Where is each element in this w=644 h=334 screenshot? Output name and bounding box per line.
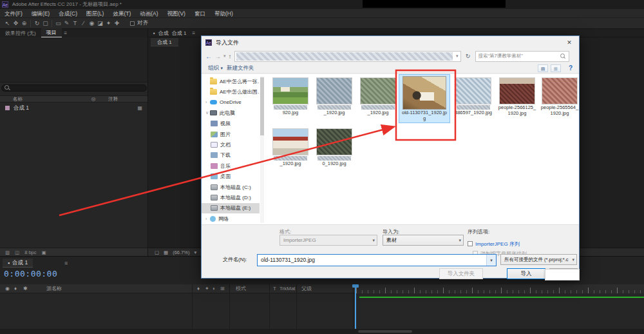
column-mode[interactable]: 模式 <box>236 284 246 293</box>
region-of-interest-icon[interactable]: ▢ <box>155 250 159 255</box>
current-time-display[interactable]: 0:00:00:00 <box>4 269 57 279</box>
puppet-tool-icon[interactable]: ✚ <box>113 18 121 29</box>
forward-icon[interactable]: → <box>214 53 221 60</box>
switch-3d-icon[interactable]: ⊞ <box>220 284 225 293</box>
menu-effect[interactable]: 效果(T) <box>108 9 135 18</box>
help-icon[interactable]: ? <box>569 64 573 72</box>
brush-tool-icon[interactable]: ∕ <box>79 18 88 29</box>
comp-panel-comp-name[interactable]: 合成 1 <box>172 30 187 37</box>
pen-tool-icon[interactable]: ✎ <box>62 18 71 29</box>
column-parent[interactable]: 父级 <box>301 284 312 293</box>
sidebar-item-pictures[interactable]: 图片 <box>202 129 260 139</box>
selection-tool-icon[interactable]: ↖ <box>3 18 12 29</box>
refresh-icon[interactable]: ↻ <box>464 53 473 59</box>
hand-tool-icon[interactable]: ✥ <box>12 18 20 29</box>
sidebar-item-disk-e[interactable]: 本地磁盘 (E:) <box>202 203 260 213</box>
orbit-tool-icon[interactable]: ↻ <box>33 18 41 29</box>
work-area-bar[interactable] <box>359 297 644 298</box>
file-item[interactable]: 0_1920.jpg <box>314 127 355 167</box>
transparency-grid-icon[interactable]: ▦ <box>164 250 168 255</box>
switch-motionblur-icon[interactable]: ◐ <box>213 284 216 293</box>
sidebar-scrollbar[interactable] <box>260 76 264 223</box>
mask-tool-icon[interactable]: ▭ <box>54 18 62 29</box>
panel-menu-icon[interactable]: ≡ <box>64 260 68 266</box>
file-item[interactable]: _1920.jpg <box>270 127 311 167</box>
column-type-icon[interactable]: ◎ <box>84 96 103 102</box>
file-item[interactable]: _1920.jpg <box>314 76 355 116</box>
column-comment[interactable]: 注释 <box>103 96 118 103</box>
playhead-handle[interactable] <box>352 284 359 288</box>
file-item[interactable]: 386597_1920.jpg <box>453 76 494 116</box>
interpret-footage-icon[interactable]: ▥ <box>5 250 10 255</box>
menu-layer[interactable]: 图层(L) <box>82 9 108 18</box>
timeline-layer-area[interactable] <box>0 293 644 329</box>
close-icon[interactable]: ✕ <box>560 36 579 49</box>
timeline-scrollbar-thumb[interactable] <box>358 330 412 333</box>
zoom-level[interactable]: (66.7%) <box>173 250 189 255</box>
history-caret-icon[interactable]: ▾ <box>223 54 226 59</box>
sidebar-scrollbar-thumb[interactable] <box>260 77 264 135</box>
video-column-icon[interactable]: ◉ <box>5 284 10 293</box>
switch-effects-icon[interactable]: ✦ <box>205 284 209 293</box>
menu-file[interactable]: 文件(F) <box>0 9 27 18</box>
pan-behind-tool-icon[interactable]: ▢ <box>41 18 50 29</box>
roto-brush-tool-icon[interactable]: ✦ <box>104 18 113 29</box>
project-bpc-indicator[interactable]: 8 bpc <box>24 250 36 255</box>
project-search-input[interactable] <box>1 84 147 92</box>
time-ruler[interactable] <box>356 284 644 293</box>
address-bar[interactable]: ▾ <box>234 51 461 62</box>
sidebar-item-downloads[interactable]: 下载 <box>202 150 260 161</box>
sidebar-item-videos[interactable]: 视频 <box>202 119 260 129</box>
menu-edit[interactable]: 编辑(E) <box>27 9 54 18</box>
caret-down-icon[interactable]: ▾ <box>486 255 496 266</box>
chevron-expanded-icon[interactable]: ∨ <box>205 110 210 115</box>
menu-help[interactable]: 帮助(H) <box>210 9 238 18</box>
jpeg-sequence-checkbox[interactable] <box>468 241 473 246</box>
file-item[interactable]: people-2565564_1920.jpg <box>539 76 580 116</box>
zoom-caret-icon[interactable]: ▾ <box>194 250 196 255</box>
tab-project[interactable]: 项目 <box>41 28 62 38</box>
file-item[interactable]: people-2566125_1920.jpg <box>497 76 538 116</box>
back-icon[interactable]: ← <box>205 53 212 60</box>
menu-window[interactable]: 窗口 <box>190 9 210 18</box>
column-name[interactable]: 名称 <box>0 96 84 103</box>
file-item[interactable]: 920.jpg <box>270 76 311 116</box>
new-folder-icon[interactable]: ◫ <box>15 250 19 255</box>
sidebar-item-disk-c[interactable]: 本地磁盘 (C:) <box>202 182 260 192</box>
file-item-selected[interactable]: old-1130731_1920.jpg <box>399 74 450 123</box>
playhead[interactable] <box>355 284 356 333</box>
sidebar-item-documents[interactable]: 文档 <box>202 139 260 150</box>
menu-composition[interactable]: 合成(C) <box>54 9 82 18</box>
align-checkbox[interactable] <box>130 21 135 26</box>
label-color-swatch[interactable] <box>5 106 10 110</box>
view-mode-icon[interactable]: ▤ <box>538 64 548 72</box>
list-view-icon[interactable]: ☰ <box>551 64 561 72</box>
tab-effect-controls[interactable]: 效果控件 (无) <box>0 29 41 37</box>
column-trkmat[interactable]: TrkMat <box>279 284 296 293</box>
sidebar-item-folder2[interactable]: AE中怎么做出国… <box>202 86 260 97</box>
panel-menu-icon[interactable]: ≡ <box>64 30 68 36</box>
timeline-comp-tab[interactable]: ▪ 合成 1 <box>3 259 33 268</box>
sidebar-item-disk-d[interactable]: 本地磁盘 (D:) <box>202 192 260 202</box>
address-caret-icon[interactable]: ▾ <box>454 54 460 59</box>
sidebar-item-folder1[interactable]: AE中怎么将一张… <box>202 76 260 86</box>
solo-column-icon[interactable]: ✱ <box>23 284 28 293</box>
sidebar-item-this-pc[interactable]: ∨此电脑 <box>202 108 260 118</box>
menu-view[interactable]: 视图(V) <box>163 9 190 18</box>
sidebar-item-network[interactable]: ›网络 <box>202 213 260 224</box>
audio-column-icon[interactable]: ♦ <box>14 284 17 293</box>
sidebar-item-onedrive[interactable]: ›OneDrive <box>202 97 260 108</box>
chevron-icon[interactable]: › <box>205 100 210 104</box>
sidebar-item-music[interactable]: 音乐 <box>202 161 260 171</box>
comp-viewer-tab[interactable]: 合成 1 <box>151 38 178 46</box>
menu-animation[interactable]: 动画(A) <box>135 9 162 18</box>
dialog-search-input[interactable]: 搜索“第7课教学素材” <box>475 51 569 62</box>
organize-button[interactable]: 组织 ▾ <box>208 64 223 72</box>
column-t[interactable]: T <box>273 284 276 293</box>
clone-stamp-tool-icon[interactable]: ◉ <box>88 18 96 29</box>
chevron-icon[interactable]: › <box>205 217 210 221</box>
sidebar-item-desktop[interactable]: 桌面 <box>202 172 260 182</box>
filetype-dropdown[interactable]: 所有可接受的文件 (*.prproj;*.c▾ <box>500 254 577 265</box>
file-item[interactable]: _1920.jpg <box>357 76 399 116</box>
import-as-dropdown[interactable]: 素材▾ <box>383 235 464 246</box>
